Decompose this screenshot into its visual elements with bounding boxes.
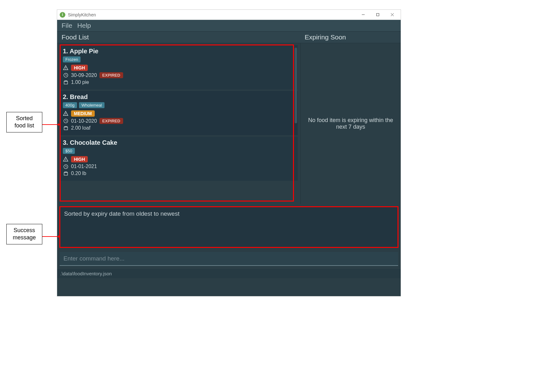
expiry-date: 01-01-2021 — [71, 164, 97, 169]
header-expiring-soon: Expiring Soon — [300, 32, 401, 43]
callout-text: Success message — [13, 227, 36, 241]
food-tag: $50 — [63, 148, 75, 154]
food-tag: Wholemeal — [79, 102, 105, 108]
minimize-button[interactable] — [356, 10, 370, 20]
package-icon — [63, 125, 69, 131]
expiry-row: 30-09-2020 EXPIRED — [63, 72, 295, 78]
priority-row: HIGH — [63, 65, 295, 71]
menu-file[interactable]: File — [62, 22, 72, 29]
window-title: SimplyKitchen — [68, 12, 356, 17]
statusbar: .\data\foodInventory.json — [57, 269, 401, 278]
expiry-date: 30-09-2020 — [71, 73, 97, 78]
expiring-soon-pane: No food item is expiring within the next… — [300, 43, 401, 204]
warning-icon — [63, 111, 69, 116]
status-path: .\data\foodInventory.json — [60, 271, 112, 276]
svg-rect-20 — [64, 127, 67, 130]
food-tags: 400gWholemeal — [63, 102, 295, 108]
expiry-row: 01-01-2021 — [63, 164, 295, 169]
menubar: File Help — [57, 20, 401, 32]
food-tag: Frozen — [63, 56, 81, 62]
quantity-row: 1.00 pie — [63, 79, 295, 85]
quantity-value: 2.00 loaf — [71, 125, 90, 131]
command-area — [60, 252, 398, 266]
svg-point-16 — [65, 114, 66, 115]
svg-line-26 — [66, 167, 67, 167]
expiring-empty-text: No food item is expiring within the next… — [306, 117, 395, 130]
quantity-value: 1.00 pie — [71, 79, 89, 85]
svg-rect-27 — [64, 173, 67, 175]
callout-success-message: Success message — [6, 224, 42, 244]
food-tags: $50 — [63, 148, 295, 154]
scrollbar-thumb[interactable] — [295, 48, 297, 123]
priority-badge: MEDIUM — [71, 110, 95, 117]
app-icon: i — [60, 12, 65, 18]
food-tag: 400g — [63, 102, 77, 108]
header-food-list: Food List — [57, 32, 300, 43]
close-button[interactable] — [385, 10, 399, 20]
panel-headers: Food List Expiring Soon — [57, 32, 401, 43]
svg-marker-3 — [58, 235, 61, 238]
package-icon — [63, 79, 69, 85]
priority-row: HIGH — [63, 156, 295, 162]
svg-marker-1 — [58, 123, 61, 126]
clock-icon — [63, 73, 69, 78]
priority-badge: HIGH — [71, 65, 88, 71]
callout-text: Sorted food list — [15, 115, 34, 129]
priority-row: MEDIUM — [63, 110, 295, 117]
quantity-row: 0.20 lb — [63, 171, 295, 176]
food-card[interactable]: 1. Apple PieFrozenHIGH30-09-2020 EXPIRED… — [60, 45, 298, 90]
food-list[interactable]: 1. Apple PieFrozenHIGH30-09-2020 EXPIRED… — [60, 45, 298, 202]
priority-badge: HIGH — [71, 156, 88, 162]
quantity-row: 2.00 loaf — [63, 125, 295, 131]
expired-badge: EXPIRED — [99, 118, 123, 124]
package-icon — [63, 171, 69, 176]
clock-icon — [63, 164, 69, 169]
app-window: i SimplyKitchen File Help Food List Expi… — [57, 9, 401, 296]
svg-line-19 — [66, 121, 67, 122]
maximize-button[interactable] — [370, 10, 385, 20]
expired-badge: EXPIRED — [99, 72, 123, 78]
svg-point-23 — [65, 160, 66, 161]
menu-help[interactable]: Help — [77, 22, 91, 29]
food-title: 3. Chocolate Cake — [63, 139, 295, 146]
result-panel: Sorted by expiry date from oldest to new… — [60, 207, 398, 248]
titlebar[interactable]: i SimplyKitchen — [57, 10, 401, 20]
svg-rect-13 — [64, 81, 67, 84]
food-card[interactable]: 3. Chocolate Cake$50HIGH01-01-20210.20 l… — [60, 137, 298, 181]
svg-rect-5 — [376, 14, 379, 16]
expiry-row: 01-10-2020 EXPIRED — [63, 118, 295, 124]
svg-point-9 — [65, 69, 66, 69]
expiry-date: 01-10-2020 — [71, 118, 97, 124]
callout-sorted-food-list: Sorted food list — [6, 112, 42, 132]
quantity-value: 0.20 lb — [71, 171, 86, 176]
warning-icon — [63, 156, 69, 162]
clock-icon — [63, 118, 69, 124]
svg-line-12 — [66, 75, 67, 76]
food-title: 1. Apple Pie — [63, 48, 295, 55]
result-message: Sorted by expiry date from oldest to new… — [64, 210, 394, 217]
food-list-pane: 1. Apple PieFrozenHIGH30-09-2020 EXPIRED… — [57, 43, 300, 204]
command-input[interactable] — [60, 252, 398, 266]
warning-icon — [63, 65, 69, 71]
food-card[interactable]: 2. Bread400gWholemealMEDIUM01-10-2020 EX… — [60, 91, 298, 135]
food-tags: Frozen — [63, 56, 295, 62]
food-title: 2. Bread — [63, 93, 295, 101]
